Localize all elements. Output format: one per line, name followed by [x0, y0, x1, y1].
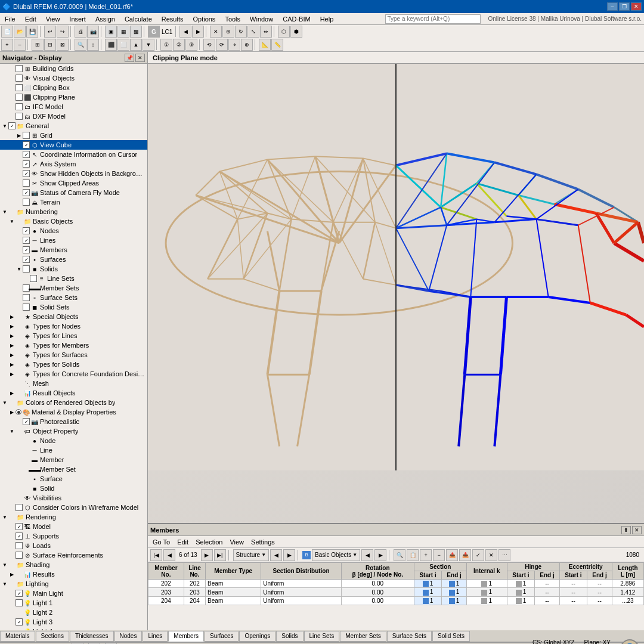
tree-item-result-objects[interactable]: ▶📊Result Objects — [0, 388, 147, 398]
tree-checkbox-surface-reinf[interactable] — [16, 552, 23, 559]
viewport[interactable] — [148, 64, 644, 523]
tree-item-show-hidden[interactable]: 👁Show Hidden Objects in Background — [0, 169, 147, 178]
bt-prev[interactable]: ◀ — [270, 549, 282, 561]
tb-rotate[interactable]: ↻ — [235, 26, 247, 38]
tb-render2[interactable]: ▦ — [117, 26, 129, 38]
tree-item-member-sets[interactable]: ▬▬Member Sets — [0, 283, 147, 293]
tree-expander-types-members[interactable]: ▶ — [8, 340, 16, 350]
tb2-10[interactable]: ▲ — [130, 39, 142, 51]
structure-dropdown[interactable]: Structure ▼ — [233, 549, 270, 561]
tree-checkbox-coord-info[interactable] — [23, 151, 30, 158]
tb-undo[interactable]: ↩ — [44, 26, 56, 38]
tree-item-types-concrete[interactable]: ▶◈Types for Concrete Foundation Design — [0, 369, 147, 379]
bt-copy[interactable]: 📋 — [407, 549, 419, 561]
tree-item-solid-prop[interactable]: ■Solid — [0, 484, 147, 493]
menu-help[interactable]: Help — [315, 14, 339, 24]
bt-add[interactable]: + — [420, 549, 432, 561]
tb-select[interactable]: ⬡ — [278, 26, 290, 38]
bt-filter[interactable]: 🔍 — [394, 549, 405, 561]
menu-settings[interactable]: Settings — [249, 538, 277, 546]
tree-item-line-sets[interactable]: ≡Line Sets — [0, 274, 147, 283]
menu-cadbim[interactable]: CAD-BIM — [278, 14, 315, 24]
bt-import[interactable]: 📥 — [459, 549, 471, 561]
tree-item-solid-sets[interactable]: ◼Solid Sets — [0, 302, 147, 312]
restore-button[interactable]: ❐ — [619, 2, 630, 11]
tree-checkbox-ifc-model[interactable] — [16, 103, 23, 110]
pagination-first[interactable]: |◀ — [150, 549, 162, 561]
tree-item-model[interactable]: 🏗Model — [0, 522, 147, 531]
tree-expander-lighting[interactable]: ▼ — [1, 579, 8, 589]
tree-item-clipping-plane[interactable]: ⬛Clipping Plane — [0, 92, 147, 102]
tb-new[interactable]: 📄 — [1, 26, 13, 38]
bt-x2[interactable]: ✕ — [485, 549, 497, 561]
tree-item-results-shading[interactable]: ▶📊Results — [0, 569, 147, 579]
tb2-3[interactable]: ⊞ — [32, 39, 44, 51]
close-button[interactable]: ✕ — [631, 2, 642, 11]
tb-deselect[interactable]: ⬢ — [290, 26, 302, 38]
tree-expander-types-surfaces[interactable]: ▶ — [8, 350, 16, 360]
table-row[interactable]: 204204BeamUniform0.001111------...23 — [148, 596, 644, 605]
tree-item-light4[interactable]: 💡Light 4 — [0, 627, 147, 630]
tb-scale[interactable]: ⤡ — [247, 26, 259, 38]
tree-item-visual-objects[interactable]: 👁Visual Objects — [0, 73, 147, 83]
tb2-11[interactable]: ▼ — [143, 39, 154, 51]
tab-sections[interactable]: Sections — [36, 631, 69, 642]
tb2-16[interactable]: ⟳ — [216, 39, 228, 51]
bt-export[interactable]: 📤 — [446, 549, 458, 561]
tree-expander-types-concrete[interactable]: ▶ — [8, 369, 16, 379]
pagination-last[interactable]: ▶| — [214, 549, 226, 561]
menu-view[interactable]: View — [41, 14, 65, 24]
tree-expander-solids-cb[interactable]: ▼ — [16, 264, 23, 274]
tree-expander-rendering[interactable]: ▼ — [1, 512, 8, 522]
menu-edit[interactable]: Edit — [20, 14, 41, 24]
tree-checkbox-main-light[interactable] — [16, 590, 23, 597]
tree-item-colors-rendered[interactable]: ▼📁Colors of Rendered Objects by — [0, 398, 147, 407]
tree-checkbox-axis-system[interactable] — [23, 160, 30, 168]
tree-expander-special-objects[interactable]: ▶ — [8, 312, 16, 321]
tree-checkbox-line-sets[interactable] — [30, 275, 37, 282]
tree-checkbox-solids-cb[interactable] — [23, 265, 30, 273]
table-row[interactable]: 203203BeamUniform0.001111------1.412 — [148, 588, 644, 596]
tree-checkbox-show-hidden[interactable] — [23, 170, 30, 177]
tree-expander-basic-objects[interactable]: ▼ — [8, 216, 16, 226]
tree-checkbox-loads[interactable] — [16, 542, 23, 549]
tb-render1[interactable]: ▣ — [105, 26, 117, 38]
tree-item-object-property[interactable]: ▼🏷Object Property — [0, 426, 147, 436]
tree-item-general[interactable]: ▼📁General — [0, 121, 147, 131]
menu-edit-bottom[interactable]: Edit — [175, 538, 191, 546]
tree-item-light2[interactable]: 💡Light 2 — [0, 608, 147, 617]
bt-check[interactable]: ✓ — [472, 549, 484, 561]
tree-item-basic-objects[interactable]: ▼📁Basic Objects — [0, 216, 147, 226]
tree-item-shading[interactable]: ▼📁Shading — [0, 560, 147, 569]
tb2-8[interactable]: ⬛ — [105, 39, 117, 51]
tree-item-surface-reinf[interactable]: ⊘Surface Reinforcements — [0, 550, 147, 560]
tab-nodes[interactable]: Nodes — [114, 631, 143, 642]
tree-item-light3[interactable]: 💡Light 3 — [0, 617, 147, 627]
tree-item-material-display[interactable]: ▶🎨Material & Display Properties — [0, 407, 147, 417]
tb2-19[interactable]: 📐 — [259, 39, 271, 51]
tab-surfaces[interactable]: Surfaces — [205, 631, 239, 642]
tree-item-axis-system[interactable]: ↗Axis System — [0, 159, 147, 169]
tree-radio-material-display[interactable] — [16, 409, 21, 415]
menu-assign[interactable]: Assign — [91, 14, 120, 24]
tree-item-photorealistic[interactable]: 📷Photorealistic — [0, 417, 147, 426]
tree-item-main-light[interactable]: 💡Main Light — [0, 589, 147, 598]
tree-item-loads[interactable]: ⟱Loads — [0, 541, 147, 550]
tree-item-surface-prop[interactable]: ▪Surface — [0, 474, 147, 484]
tab-members[interactable]: Members — [168, 631, 204, 642]
tb2-13[interactable]: ② — [173, 39, 185, 51]
tb-view-right[interactable]: ▶ — [192, 26, 204, 38]
tree-item-types-lines[interactable]: ▶◈Types for Lines — [0, 331, 147, 340]
tb-screenshot[interactable]: 📷 — [87, 26, 99, 38]
tb2-2[interactable]: – — [14, 39, 26, 51]
tree-item-mesh[interactable]: ⋱Mesh — [0, 379, 147, 388]
tb-g[interactable]: G — [148, 26, 160, 38]
tree-item-dxf-model[interactable]: 🗂DXF Model — [0, 112, 147, 121]
tree-item-consider-colors[interactable]: ⬡Consider Colors in Wireframe Model — [0, 503, 147, 512]
tree-item-grid[interactable]: ▶⊞Grid — [0, 131, 147, 140]
tree-item-types-solids[interactable]: ▶◈Types for Solids — [0, 360, 147, 369]
tree-checkbox-visual-objects[interactable] — [16, 75, 23, 82]
panel-float-btn[interactable]: ⬆ — [621, 526, 631, 534]
tree-item-types-nodes[interactable]: ▶◈Types for Nodes — [0, 321, 147, 331]
nav-pin-btn[interactable]: 📌 — [125, 54, 134, 62]
